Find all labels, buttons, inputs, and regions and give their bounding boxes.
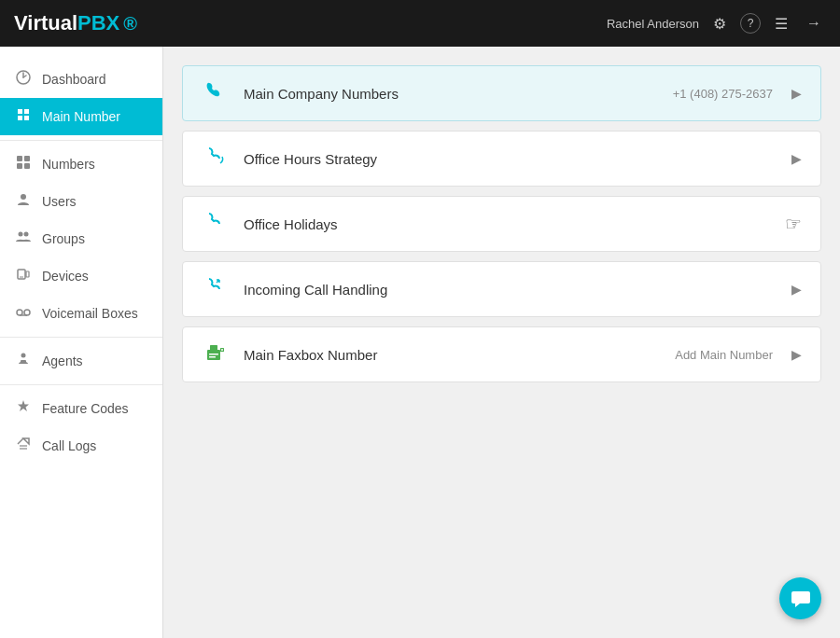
- office-hours-strategy-label: Office Hours Strategy: [244, 151, 791, 167]
- header-username: Rachel Anderson: [607, 17, 699, 31]
- svg-point-11: [17, 310, 22, 315]
- sidebar-item-call-logs[interactable]: Call Logs: [0, 427, 162, 465]
- main-company-numbers-arrow: ▶: [791, 86, 802, 101]
- main-faxbox-number-arrow: ▶: [791, 347, 802, 362]
- sidebar-group-1: Dashboard Main Number: [0, 56, 162, 141]
- logo-icon: ®: [123, 13, 137, 35]
- svg-point-5: [21, 194, 26, 200]
- main-content: Main Company Numbers +1 (408) 275-2637 ▶…: [163, 47, 840, 638]
- header: VirtualPBX ® Rachel Anderson ⚙ ? ☰ →: [0, 0, 840, 47]
- sidebar: Dashboard Main Number: [0, 47, 163, 638]
- sidebar-item-feature-codes[interactable]: Feature Codes: [0, 390, 162, 427]
- sidebar-item-devices[interactable]: Devices: [0, 257, 162, 295]
- office-hours-strategy-arrow: ▶: [791, 151, 802, 166]
- svg-rect-3: [17, 163, 22, 169]
- sidebar-label-agents: Agents: [42, 354, 83, 368]
- sidebar-item-users[interactable]: Users: [0, 183, 162, 220]
- svg-rect-1: [17, 156, 22, 161]
- menu-icon[interactable]: ☰: [770, 10, 792, 37]
- sidebar-item-dashboard[interactable]: Dashboard: [0, 61, 162, 98]
- gear-icon[interactable]: ⚙: [708, 10, 731, 37]
- main-faxbox-number-subtitle: Add Main Number: [675, 348, 773, 362]
- svg-rect-2: [24, 156, 30, 161]
- sidebar-group-4: Feature Codes Call Logs: [0, 385, 162, 469]
- incoming-call-handling-arrow: ▶: [791, 282, 802, 297]
- svg-point-14: [21, 354, 26, 358]
- signout-icon[interactable]: →: [802, 10, 826, 36]
- office-holidays-icon: [202, 212, 230, 237]
- office-holidays-row[interactable]: Office Holidays ☞: [182, 196, 821, 252]
- sidebar-item-numbers[interactable]: Numbers: [0, 146, 162, 183]
- main-company-numbers-label: Main Company Numbers: [244, 86, 673, 102]
- logo-pbx: PBX: [77, 11, 119, 35]
- dashboard-icon: [14, 70, 33, 89]
- incoming-call-handling-label: Incoming Call Handling: [244, 282, 791, 298]
- sidebar-group-3: Agents: [0, 338, 162, 385]
- svg-point-6: [19, 232, 23, 237]
- office-holidays-label: Office Holidays: [244, 216, 785, 232]
- sidebar-item-agents[interactable]: Agents: [0, 342, 162, 380]
- svg-rect-15: [21, 360, 26, 363]
- main-number-icon: [14, 107, 33, 126]
- main-faxbox-number-label: Main Faxbox Number: [244, 347, 675, 363]
- phone-icon: [202, 81, 230, 106]
- call-logs-icon: [14, 437, 33, 455]
- sidebar-label-groups: Groups: [42, 231, 85, 246]
- agents-icon: [14, 352, 33, 370]
- sidebar-label-users: Users: [42, 194, 77, 209]
- numbers-icon: [14, 155, 33, 173]
- sidebar-item-main-number[interactable]: Main Number: [0, 98, 162, 135]
- svg-rect-19: [210, 345, 217, 352]
- main-company-numbers-row[interactable]: Main Company Numbers +1 (408) 275-2637 ▶: [182, 65, 821, 121]
- sidebar-group-2: Numbers Users: [0, 141, 162, 338]
- sidebar-item-groups[interactable]: Groups: [0, 220, 162, 257]
- logo: VirtualPBX ®: [14, 11, 137, 35]
- sidebar-label-devices: Devices: [42, 269, 89, 284]
- office-hours-icon: [202, 146, 230, 172]
- svg-point-23: [221, 349, 223, 351]
- svg-point-12: [24, 310, 30, 315]
- sidebar-label-numbers: Numbers: [42, 157, 95, 172]
- office-holidays-cursor: ☞: [785, 213, 802, 235]
- svg-point-7: [24, 232, 29, 237]
- svg-rect-20: [209, 354, 218, 355]
- faxbox-icon: [202, 342, 230, 368]
- main-faxbox-number-row[interactable]: Main Faxbox Number Add Main Number ▶: [182, 326, 821, 382]
- incoming-call-handling-row[interactable]: Incoming Call Handling ▶: [182, 261, 821, 317]
- sidebar-label-call-logs: Call Logs: [42, 438, 96, 453]
- help-icon[interactable]: ?: [740, 13, 761, 34]
- incoming-call-icon: [202, 277, 230, 302]
- users-icon: [14, 192, 33, 211]
- sidebar-label-feature-codes: Feature Codes: [42, 401, 129, 416]
- voicemail-icon: [14, 304, 33, 323]
- svg-rect-9: [26, 271, 29, 277]
- logo-virtual: Virtual: [14, 11, 77, 35]
- feature-codes-icon: [14, 399, 33, 418]
- svg-rect-21: [209, 356, 216, 358]
- sidebar-label-main-number: Main Number: [42, 109, 120, 124]
- chat-button[interactable]: [779, 577, 821, 619]
- office-hours-strategy-row[interactable]: Office Hours Strategy ▶: [182, 131, 821, 187]
- svg-rect-4: [24, 163, 30, 169]
- layout: Dashboard Main Number: [0, 47, 840, 638]
- sidebar-item-voicemail-boxes[interactable]: Voicemail Boxes: [0, 295, 162, 332]
- groups-icon: [14, 229, 33, 248]
- sidebar-label-voicemail-boxes: Voicemail Boxes: [42, 306, 138, 321]
- main-company-numbers-subtitle: +1 (408) 275-2637: [673, 87, 773, 101]
- sidebar-label-dashboard: Dashboard: [42, 72, 106, 87]
- header-right: Rachel Anderson ⚙ ? ☰ →: [607, 10, 826, 37]
- devices-icon: [14, 267, 33, 285]
